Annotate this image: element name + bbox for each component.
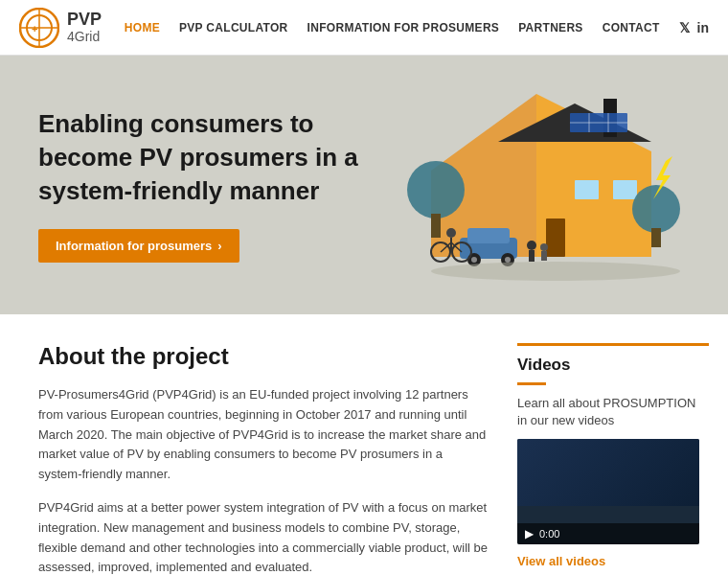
social-icons: 𝕏 in <box>679 20 709 35</box>
svg-rect-27 <box>529 250 535 262</box>
svg-rect-15 <box>613 180 637 199</box>
hero-btn-arrow: › <box>217 239 221 253</box>
hero-title: Enabling consumers to become PV prosumer… <box>38 107 383 208</box>
hero-cta-button[interactable]: Information for prosumers › <box>38 229 239 263</box>
logo-4grid: 4Grid <box>67 30 102 44</box>
about-section: About the project PV-Prosumers4Grid (PVP… <box>38 343 489 575</box>
svg-rect-19 <box>651 228 661 247</box>
video-thumbnail[interactable]: ▶ 0:00 <box>517 439 699 544</box>
site-header: + PVP 4Grid HOME PVP CALCULATOR INFORMAT… <box>0 0 728 56</box>
about-para1: PV-Prosumers4Grid (PVP4Grid) is an EU-fu… <box>38 385 489 485</box>
hero-illustration <box>383 84 690 286</box>
about-para2: PVP4Grid aims at a better power system i… <box>38 498 489 575</box>
nav-partners[interactable]: PARTNERS <box>509 21 593 34</box>
hero-section: Enabling consumers to become PV prosumer… <box>0 56 728 314</box>
svg-point-18 <box>632 185 680 233</box>
view-all-link[interactable]: View all videos <box>517 554 709 568</box>
video-time: 0:00 <box>539 528 559 540</box>
video-bg <box>517 439 699 506</box>
nav-home[interactable]: HOME <box>115 21 170 34</box>
twitter-icon[interactable]: 𝕏 <box>679 20 690 35</box>
videos-title: Videos <box>517 356 709 375</box>
svg-rect-17 <box>431 214 441 238</box>
logo-pvp: PVP <box>67 11 102 30</box>
svg-point-28 <box>540 243 548 251</box>
linkedin-icon[interactable]: in <box>697 20 709 35</box>
svg-point-37 <box>446 228 456 238</box>
hero-text: Enabling consumers to become PV prosumer… <box>38 107 383 263</box>
about-title: About the project <box>38 343 489 370</box>
videos-section: Videos Learn all about PROSUMPTION in ou… <box>517 343 709 575</box>
main-content: About the project PV-Prosumers4Grid (PVP… <box>0 314 728 575</box>
logo[interactable]: + PVP 4Grid <box>19 8 102 48</box>
hero-btn-label: Information for prosumers <box>56 239 212 253</box>
svg-point-16 <box>407 161 465 218</box>
logo-text: PVP 4Grid <box>67 11 102 44</box>
svg-rect-14 <box>575 180 599 199</box>
svg-point-23 <box>471 257 477 263</box>
svg-rect-13 <box>546 218 565 257</box>
svg-point-26 <box>527 241 536 250</box>
play-icon: ▶ <box>525 527 534 540</box>
svg-point-25 <box>505 257 511 263</box>
svg-rect-29 <box>541 251 547 261</box>
house-svg <box>383 84 690 286</box>
videos-subtitle: Learn all about PROSUMPTION in our new v… <box>517 395 709 429</box>
nav-contact[interactable]: CONTACT <box>593 21 670 34</box>
orange-divider <box>517 382 546 385</box>
main-nav: HOME PVP CALCULATOR INFORMATION FOR PROS… <box>115 21 670 34</box>
svg-rect-21 <box>467 228 510 243</box>
nav-calculator[interactable]: PVP CALCULATOR <box>170 21 298 34</box>
nav-information[interactable]: INFORMATION FOR PROSUMERS <box>298 21 510 34</box>
svg-text:+: + <box>32 23 37 34</box>
logo-icon: + <box>19 8 59 48</box>
video-controls: ▶ 0:00 <box>517 523 699 544</box>
svg-point-31 <box>431 262 680 281</box>
